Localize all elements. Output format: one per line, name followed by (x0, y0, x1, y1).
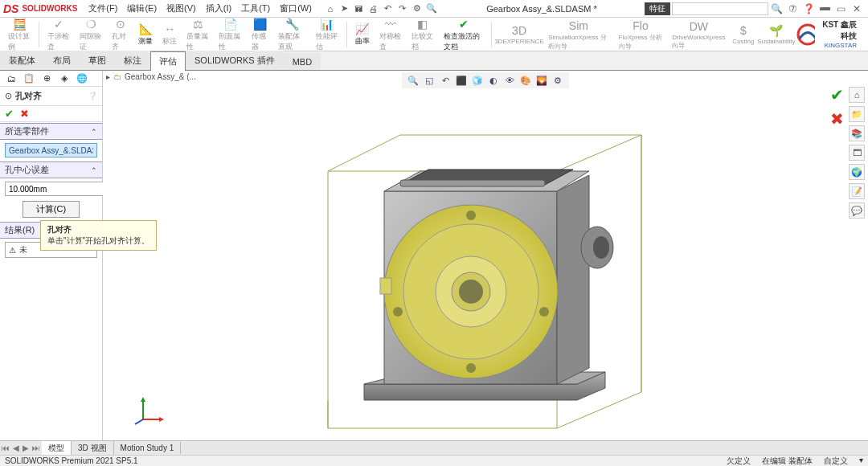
hud-view-orient-icon[interactable]: 🧊 (471, 74, 484, 87)
ds-logo: DS (3, 2, 18, 15)
ribbon-floxpress[interactable]: FloFloXpress 分析向导 (614, 17, 668, 52)
tab-addins[interactable]: SOLIDWORKS 插件 (186, 51, 284, 70)
ribbon-section-props[interactable]: 📄剖面属性 (214, 15, 246, 54)
qat-home-icon[interactable]: ⌂ (323, 4, 338, 14)
fm-tab-display[interactable]: 🌐 (76, 72, 88, 85)
hud-edit-appearance-icon[interactable]: 🎨 (519, 74, 532, 87)
ribbon-markup[interactable]: ↔标注 (158, 20, 182, 48)
qat-search-icon[interactable]: 🔍 (424, 3, 439, 14)
qat-save-icon[interactable]: 🖬 (352, 4, 366, 14)
fm-tab-config[interactable]: ⊕ (40, 72, 53, 85)
ribbon-measure[interactable]: 📐测量 (133, 20, 158, 48)
hud-prev-view-icon[interactable]: ↶ (439, 74, 452, 87)
app-logo: DS SOLIDWORKS (3, 2, 77, 15)
section-props-icon: 📄 (223, 17, 237, 31)
ribbon-perf[interactable]: 📊性能评估 (311, 15, 343, 54)
calculate-button[interactable]: 计算(C) (23, 201, 80, 218)
ribbon-sensor[interactable]: 🟦传感器 (247, 15, 273, 54)
btm-tab-motion[interactable]: Motion Study 1 (114, 442, 182, 454)
tab-evaluate[interactable]: 评估 (150, 51, 186, 71)
ribbon-curvature[interactable]: 📈曲率 (350, 20, 375, 48)
close-icon[interactable]: ✕ (849, 3, 865, 14)
tab-mbd[interactable]: MBD (284, 53, 321, 70)
help-web-icon[interactable]: ⑦ (784, 3, 800, 14)
ribbon-mass[interactable]: ⚖质量属性 (182, 15, 214, 54)
pm-section-hdr-components[interactable]: 所选零部件⌃ (0, 123, 102, 140)
tolerance-input[interactable] (5, 182, 115, 196)
taskpane-view-palette-icon[interactable]: 🗔 (849, 145, 865, 161)
ribbon-clearance[interactable]: ❍间隙验证 (75, 15, 107, 54)
fm-tab-property-mgr[interactable]: 📋 (23, 72, 35, 85)
btm-nav-prev[interactable]: ◀ (11, 444, 21, 452)
minimize-icon[interactable]: ➖ (817, 3, 833, 14)
hud-zoom-fit-icon[interactable]: 🔍 (407, 74, 420, 87)
taskpane-forum-icon[interactable]: 💬 (849, 202, 865, 219)
corner-cancel-icon[interactable]: ✖ (830, 109, 844, 129)
ribbon-hole-align[interactable]: ⊙孔对齐 (107, 15, 133, 54)
taskpane-library-icon[interactable]: 📚 (849, 125, 865, 141)
assy-vis-icon: 🔧 (285, 17, 299, 31)
taskpane-home-icon[interactable]: ⌂ (849, 87, 865, 103)
menu-window[interactable]: 窗口(W) (275, 2, 317, 14)
tab-assembly[interactable]: 装配体 (0, 51, 44, 70)
ribbon-check-doc[interactable]: ✔检查激活的文档 (439, 15, 488, 54)
ribbon-simxpress[interactable]: SimSimulationXpress 分析向导 (543, 17, 613, 52)
status-units[interactable]: 自定义 (824, 456, 848, 467)
ribbon-assy-vis[interactable]: 🔧装配体直观 (273, 15, 311, 54)
ribbon-compare[interactable]: ◧比较文档 (407, 15, 439, 54)
qat-open-icon[interactable]: ➤ (338, 3, 352, 14)
ribbon-costing[interactable]: $Costing (730, 22, 756, 47)
tab-annotate[interactable]: 标注 (115, 51, 150, 70)
selected-component-field[interactable] (5, 143, 97, 157)
tab-layout[interactable]: 布局 (44, 51, 80, 70)
menu-view[interactable]: 视图(V) (162, 2, 201, 14)
hud-hide-show-icon[interactable]: 👁 (503, 74, 516, 87)
taskpane-custom-props-icon[interactable]: 📝 (849, 183, 865, 199)
qat-print-icon[interactable]: 🖨 (366, 4, 381, 14)
pm-section-hdr-tolerance[interactable]: 孔中心误差⌃ (0, 161, 102, 178)
ribbon-design-study[interactable]: 🧮设计算例 (3, 15, 35, 54)
hud-apply-scene-icon[interactable]: 🌄 (535, 74, 548, 87)
status-dropdown-icon[interactable]: ▾ (859, 456, 863, 467)
tab-sketch[interactable]: 草图 (80, 51, 115, 70)
hud-display-style-icon[interactable]: ◐ (487, 74, 500, 87)
taskpane-resources-icon[interactable]: 📁 (849, 106, 865, 122)
maximize-icon[interactable]: ▭ (833, 3, 849, 14)
btm-nav-last[interactable]: ⏭ (31, 444, 42, 452)
hud-section-icon[interactable]: ⬛ (455, 74, 468, 87)
ribbon-interference[interactable]: ✓干涉检查 (43, 15, 75, 54)
btm-nav-next[interactable]: ▶ (21, 444, 31, 452)
search-scope-label[interactable]: 特征 (645, 2, 670, 15)
search-go-icon[interactable]: 🔍 (768, 3, 784, 14)
search-input[interactable] (672, 2, 768, 15)
menu-file[interactable]: 文件(F) (84, 2, 122, 14)
qat-options-icon[interactable]: ⚙ (410, 3, 424, 14)
symmetry-icon: 〰 (385, 17, 396, 31)
qat-redo-icon[interactable]: ↷ (395, 3, 410, 14)
view-triad[interactable] (135, 395, 164, 424)
ribbon-sustain[interactable]: 🌱Sustainability (757, 22, 796, 47)
ribbon-symmetry[interactable]: 〰对称检查 (375, 15, 407, 54)
menu-edit[interactable]: 编辑(E) (122, 2, 162, 14)
breadcrumb[interactable]: ▸ 🗀 Gearbox Assy_& (... (106, 72, 196, 81)
btm-tab-model[interactable]: 模型 (42, 441, 72, 456)
pm-help-icon[interactable]: ❔ (88, 92, 97, 100)
taskpane-appearances-icon[interactable]: 🌍 (849, 164, 865, 180)
btm-nav-first[interactable]: ⏮ (0, 444, 11, 452)
corner-ok-icon[interactable]: ✔ (830, 85, 844, 104)
help-icon[interactable]: ❓ (800, 3, 817, 14)
menu-insert[interactable]: 插入(I) (201, 2, 236, 14)
ribbon-3dexperience[interactable]: 3D3DEXPERIENCE (495, 22, 543, 47)
qat-undo-icon[interactable]: ↶ (381, 3, 395, 14)
fm-tab-dim[interactable]: ◈ (58, 72, 71, 85)
fm-tab-feature-tree[interactable]: 🗂 (5, 72, 18, 85)
pm-cancel-button[interactable]: ✖ (20, 108, 29, 120)
svg-rect-13 (380, 278, 391, 294)
hud-view-settings-icon[interactable]: ⚙ (551, 74, 564, 87)
3d-viewport[interactable]: ▸ 🗀 Gearbox Assy_& (... 🔍 ◱ ↶ ⬛ 🧊 ◐ 👁 🎨 … (103, 71, 868, 448)
ribbon-driveworks[interactable]: DWDriveWorksXpress 向导 (667, 18, 730, 51)
pm-ok-button[interactable]: ✔ (5, 108, 14, 120)
menu-tools[interactable]: 工具(T) (236, 2, 275, 14)
hud-zoom-area-icon[interactable]: ◱ (423, 74, 436, 87)
btm-tab-3dview[interactable]: 3D 视图 (72, 441, 114, 456)
